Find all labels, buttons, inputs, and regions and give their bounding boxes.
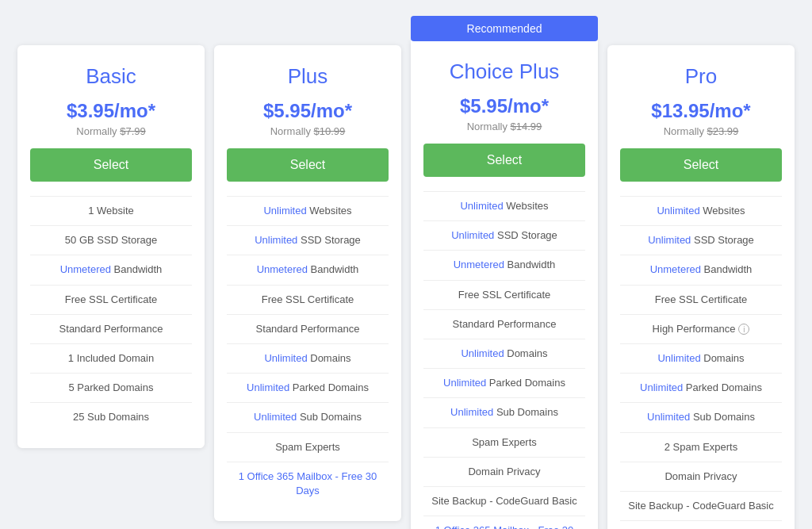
feature-item: Domain Privacy [423,458,585,487]
feature-item: Dedicated IP [620,521,782,529]
plan-normal-price: Normally $23.99 [620,125,782,137]
feature-item: Spam Experts [227,433,389,462]
features-list: Unlimited WebsitesUnlimited SSD StorageU… [227,196,389,505]
feature-item: 1 Office 365 Mailbox - Free 30 Days [227,462,389,505]
select-button-basic[interactable]: Select [30,148,192,182]
feature-item: Unlimited Parked Domains [227,374,389,403]
feature-item: Site Backup - CodeGuard Basic [423,487,585,516]
feature-item: 1 Office 365 Mailbox - Free 30 Days [423,516,585,529]
feature-item: Unlimited Parked Domains [423,369,585,398]
feature-item: High Performancei [620,315,782,344]
feature-item: Unlimited Parked Domains [620,374,782,403]
plan-price: $3.95/mo* [30,100,192,122]
recommended-badge: Recommended [411,16,598,41]
feature-item: Free SSL Certificate [620,286,782,315]
feature-item: Standard Performance [30,315,192,344]
feature-item: Standard Performance [423,310,585,339]
plan-card-choice-plus: Choice Plus$5.95/mo*Normally $14.99Selec… [411,40,598,529]
plan-name: Choice Plus [423,59,585,84]
feature-item: Standard Performance [227,315,389,344]
feature-item: Free SSL Certificate [227,286,389,315]
feature-item: 25 Sub Domains [30,403,192,431]
feature-item: 1 Website [30,197,192,226]
plan-card-basic: Basic$3.95/mo*Normally $7.99Select1 Webs… [17,45,205,448]
features-list: 1 Website50 GB SSD StorageUnmetered Band… [30,196,192,432]
feature-item: Unlimited Domains [620,344,782,374]
plan-wrapper-pro: Pro$13.95/mo*Normally $23.99SelectUnlimi… [607,16,795,529]
plan-name: Plus [227,64,389,89]
plan-normal-price: Normally $14.99 [423,121,585,132]
plans-container: Basic$3.95/mo*Normally $7.99Select1 Webs… [17,16,795,529]
feature-item: Unlimited Sub Domains [227,403,389,432]
feature-item: Unmetered Bandwidth [423,251,585,280]
plan-price: $13.95/mo* [620,100,782,122]
select-button-pro[interactable]: Select [620,148,782,182]
plan-normal-price: Normally $10.99 [227,125,389,137]
features-list: Unlimited WebsitesUnlimited SSD StorageU… [423,191,585,529]
feature-item: 2 Spam Experts [620,433,782,462]
plan-card-pro: Pro$13.95/mo*Normally $23.99SelectUnlimi… [607,45,795,529]
feature-item: Spam Experts [423,428,585,458]
plan-wrapper-plus: Plus$5.95/mo*Normally $10.99SelectUnlimi… [214,16,401,521]
plan-name: Pro [620,64,782,89]
feature-item: Unlimited SSD Storage [423,221,585,251]
select-button-plus[interactable]: Select [227,148,389,182]
plan-normal-price: Normally $7.99 [30,125,192,137]
features-list: Unlimited WebsitesUnlimited SSD StorageU… [620,196,782,529]
feature-item: Free SSL Certificate [30,286,192,315]
feature-item: Site Backup - CodeGuard Basic [620,492,782,521]
feature-item: Unmetered Bandwidth [30,255,192,285]
feature-item: Unlimited Websites [227,197,389,226]
feature-item: Unlimited SSD Storage [620,226,782,255]
plan-price: $5.95/mo* [227,100,389,122]
feature-item: 5 Parked Domains [30,374,192,403]
feature-item: Unmetered Bandwidth [620,255,782,285]
select-button-choice-plus[interactable]: Select [423,144,585,177]
feature-item: Domain Privacy [620,462,782,492]
feature-item: Unlimited Websites [620,197,782,226]
plan-name: Basic [30,64,192,89]
feature-item: Unlimited Domains [227,344,389,374]
feature-item: Unlimited Sub Domains [423,398,585,427]
plan-wrapper-basic: Basic$3.95/mo*Normally $7.99Select1 Webs… [17,16,205,448]
plan-price: $5.95/mo* [423,95,585,117]
feature-item: 1 Included Domain [30,344,192,374]
feature-item: Unlimited Websites [423,192,585,221]
feature-item: Unlimited Domains [423,339,585,369]
plan-wrapper-choice-plus: RecommendedChoice Plus$5.95/mo*Normally … [411,16,598,529]
feature-item: 50 GB SSD Storage [30,226,192,255]
feature-item: Unmetered Bandwidth [227,255,389,285]
feature-item: Unlimited SSD Storage [227,226,389,255]
feature-item: Free SSL Certificate [423,281,585,310]
info-icon: i [738,324,749,335]
plan-card-plus: Plus$5.95/mo*Normally $10.99SelectUnlimi… [214,45,401,521]
feature-item: Unlimited Sub Domains [620,403,782,432]
